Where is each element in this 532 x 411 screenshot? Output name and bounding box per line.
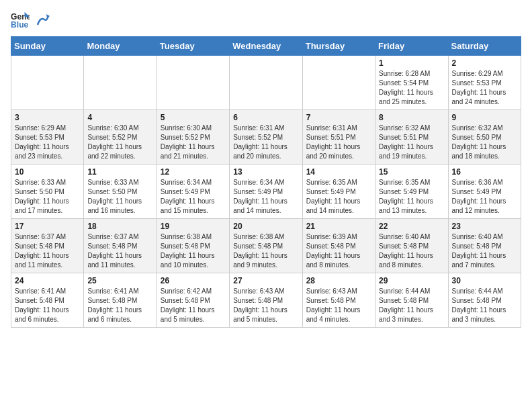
day-number: 25 (87, 276, 152, 285)
calendar-cell: 23Sunrise: 6:40 AMSunset: 5:48 PMDayligh… (448, 219, 521, 273)
calendar-body: 1Sunrise: 6:28 AMSunset: 5:54 PMDaylight… (11, 56, 521, 328)
day-number: 16 (452, 167, 517, 177)
weekday-header-wednesday: Wednesday (230, 37, 302, 56)
calendar-cell: 25Sunrise: 6:41 AMSunset: 5:48 PMDayligh… (84, 273, 157, 328)
calendar-cell: 19Sunrise: 6:38 AMSunset: 5:48 PMDayligh… (157, 219, 229, 273)
calendar-cell: 3Sunrise: 6:29 AMSunset: 5:53 PMDaylight… (11, 110, 84, 165)
calendar-cell: 12Sunrise: 6:34 AMSunset: 5:49 PMDayligh… (157, 165, 229, 219)
day-info: Sunrise: 6:40 AMSunset: 5:48 PMDaylight:… (452, 232, 517, 270)
day-number: 4 (87, 113, 152, 122)
logo-arrow-icon (35, 13, 50, 28)
calendar-cell (302, 56, 375, 110)
day-info: Sunrise: 6:37 AMSunset: 5:48 PMDaylight:… (87, 232, 152, 270)
day-info: Sunrise: 6:29 AMSunset: 5:53 PMDaylight:… (452, 69, 517, 107)
logo-icon: General Blue (11, 11, 30, 30)
day-info: Sunrise: 6:32 AMSunset: 5:50 PMDaylight:… (452, 124, 517, 161)
calendar-cell: 29Sunrise: 6:44 AMSunset: 5:48 PMDayligh… (375, 273, 448, 328)
day-info: Sunrise: 6:43 AMSunset: 5:48 PMDaylight:… (233, 287, 298, 324)
calendar-week-row: 1Sunrise: 6:28 AMSunset: 5:54 PMDaylight… (11, 56, 521, 110)
day-number: 22 (379, 222, 444, 231)
day-number: 9 (452, 113, 517, 122)
calendar-cell: 13Sunrise: 6:34 AMSunset: 5:49 PMDayligh… (230, 165, 302, 219)
day-number: 11 (87, 167, 152, 177)
calendar-cell (157, 56, 229, 110)
day-info: Sunrise: 6:30 AMSunset: 5:52 PMDaylight:… (87, 124, 152, 161)
calendar-cell: 14Sunrise: 6:35 AMSunset: 5:49 PMDayligh… (302, 165, 375, 219)
day-info: Sunrise: 6:29 AMSunset: 5:53 PMDaylight:… (15, 124, 80, 161)
day-number: 14 (306, 167, 371, 177)
calendar-cell (84, 56, 157, 110)
calendar-cell: 11Sunrise: 6:33 AMSunset: 5:50 PMDayligh… (84, 165, 157, 219)
day-number: 10 (15, 167, 80, 177)
calendar-cell: 18Sunrise: 6:37 AMSunset: 5:48 PMDayligh… (84, 219, 157, 273)
calendar-cell: 28Sunrise: 6:43 AMSunset: 5:48 PMDayligh… (302, 273, 375, 328)
calendar-cell (230, 56, 302, 110)
day-info: Sunrise: 6:44 AMSunset: 5:48 PMDaylight:… (452, 287, 517, 324)
day-number: 24 (15, 276, 80, 285)
day-info: Sunrise: 6:33 AMSunset: 5:50 PMDaylight:… (87, 178, 152, 216)
calendar-week-row: 17Sunrise: 6:37 AMSunset: 5:48 PMDayligh… (11, 219, 521, 273)
calendar-cell: 2Sunrise: 6:29 AMSunset: 5:53 PMDaylight… (448, 56, 521, 110)
day-number: 30 (452, 276, 517, 285)
calendar-cell: 21Sunrise: 6:39 AMSunset: 5:48 PMDayligh… (302, 219, 375, 273)
calendar-week-row: 3Sunrise: 6:29 AMSunset: 5:53 PMDaylight… (11, 110, 521, 165)
day-number: 21 (306, 222, 371, 231)
weekday-header-monday: Monday (84, 37, 157, 56)
day-info: Sunrise: 6:28 AMSunset: 5:54 PMDaylight:… (379, 69, 444, 107)
calendar-cell: 7Sunrise: 6:31 AMSunset: 5:51 PMDaylight… (302, 110, 375, 165)
calendar-cell: 8Sunrise: 6:32 AMSunset: 5:51 PMDaylight… (375, 110, 448, 165)
day-info: Sunrise: 6:31 AMSunset: 5:52 PMDaylight:… (233, 124, 298, 161)
calendar-cell: 1Sunrise: 6:28 AMSunset: 5:54 PMDaylight… (375, 56, 448, 110)
day-info: Sunrise: 6:34 AMSunset: 5:49 PMDaylight:… (233, 178, 298, 216)
day-number: 6 (233, 113, 298, 122)
calendar-week-row: 10Sunrise: 6:33 AMSunset: 5:50 PMDayligh… (11, 165, 521, 219)
calendar-cell: 27Sunrise: 6:43 AMSunset: 5:48 PMDayligh… (230, 273, 302, 328)
svg-text:Blue: Blue (11, 20, 29, 30)
day-number: 26 (161, 276, 226, 285)
calendar-cell: 24Sunrise: 6:41 AMSunset: 5:48 PMDayligh… (11, 273, 84, 328)
weekday-header-thursday: Thursday (302, 37, 375, 56)
day-info: Sunrise: 6:40 AMSunset: 5:48 PMDaylight:… (379, 232, 444, 270)
calendar-cell: 5Sunrise: 6:30 AMSunset: 5:52 PMDaylight… (157, 110, 229, 165)
calendar-cell: 9Sunrise: 6:32 AMSunset: 5:50 PMDaylight… (448, 110, 521, 165)
day-info: Sunrise: 6:30 AMSunset: 5:52 PMDaylight:… (161, 124, 226, 161)
day-number: 28 (306, 276, 371, 285)
day-info: Sunrise: 6:43 AMSunset: 5:48 PMDaylight:… (306, 287, 371, 324)
logo: General Blue (11, 11, 50, 30)
weekday-header-sunday: Sunday (11, 37, 84, 56)
weekday-header-friday: Friday (375, 37, 448, 56)
day-number: 5 (161, 113, 226, 122)
day-info: Sunrise: 6:41 AMSunset: 5:48 PMDaylight:… (15, 287, 80, 324)
day-number: 1 (379, 58, 444, 68)
day-number: 27 (233, 276, 298, 285)
day-info: Sunrise: 6:38 AMSunset: 5:48 PMDaylight:… (233, 232, 298, 270)
calendar-table: SundayMondayTuesdayWednesdayThursdayFrid… (11, 36, 521, 328)
day-info: Sunrise: 6:32 AMSunset: 5:51 PMDaylight:… (379, 124, 444, 161)
calendar-cell: 22Sunrise: 6:40 AMSunset: 5:48 PMDayligh… (375, 219, 448, 273)
calendar-cell: 20Sunrise: 6:38 AMSunset: 5:48 PMDayligh… (230, 219, 302, 273)
day-number: 18 (87, 222, 152, 231)
day-number: 15 (379, 167, 444, 177)
day-info: Sunrise: 6:38 AMSunset: 5:48 PMDaylight:… (161, 232, 226, 270)
day-info: Sunrise: 6:36 AMSunset: 5:49 PMDaylight:… (452, 178, 517, 216)
weekday-header-tuesday: Tuesday (157, 37, 229, 56)
day-number: 20 (233, 222, 298, 231)
calendar-cell: 10Sunrise: 6:33 AMSunset: 5:50 PMDayligh… (11, 165, 84, 219)
day-number: 19 (161, 222, 226, 231)
day-info: Sunrise: 6:34 AMSunset: 5:49 PMDaylight:… (161, 178, 226, 216)
calendar-week-row: 24Sunrise: 6:41 AMSunset: 5:48 PMDayligh… (11, 273, 521, 328)
day-number: 3 (15, 113, 80, 122)
weekday-header-saturday: Saturday (448, 37, 521, 56)
day-info: Sunrise: 6:31 AMSunset: 5:51 PMDaylight:… (306, 124, 371, 161)
day-info: Sunrise: 6:37 AMSunset: 5:48 PMDaylight:… (15, 232, 80, 270)
day-info: Sunrise: 6:35 AMSunset: 5:49 PMDaylight:… (306, 178, 371, 216)
day-number: 13 (233, 167, 298, 177)
page-header: General Blue (11, 11, 521, 30)
calendar-cell: 15Sunrise: 6:35 AMSunset: 5:49 PMDayligh… (375, 165, 448, 219)
day-number: 7 (306, 113, 371, 122)
day-info: Sunrise: 6:35 AMSunset: 5:49 PMDaylight:… (379, 178, 444, 216)
day-number: 2 (452, 58, 517, 68)
calendar-cell: 26Sunrise: 6:42 AMSunset: 5:48 PMDayligh… (157, 273, 229, 328)
day-number: 12 (161, 167, 226, 177)
day-number: 29 (379, 276, 444, 285)
